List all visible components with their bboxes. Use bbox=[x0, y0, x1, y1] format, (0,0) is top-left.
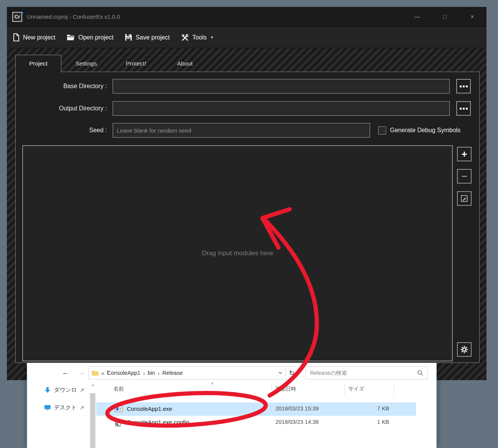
tools-icon bbox=[181, 34, 189, 41]
file-list: ^ 名前 更新日時 サイズ ConsoleApp1.exe 2018/03/23… bbox=[96, 382, 436, 448]
tools-menu-button[interactable]: Tools ▾ bbox=[181, 34, 213, 41]
tab-about[interactable]: About bbox=[161, 55, 209, 72]
gear-icon bbox=[460, 345, 469, 354]
sidebar-item-label: ダウンロ bbox=[54, 386, 77, 394]
sidebar-item-desktop[interactable]: デスクト bbox=[44, 402, 85, 413]
advanced-settings-button[interactable] bbox=[457, 342, 472, 357]
open-project-label: Open project bbox=[78, 34, 113, 41]
folder-open-icon bbox=[67, 34, 75, 41]
back-button[interactable]: ← bbox=[60, 363, 71, 382]
seed-label: Seed : bbox=[16, 123, 107, 138]
file-size: 7 KB bbox=[326, 405, 389, 412]
explorer-body: ダウンロ デスクト ^ ^ 名前 更新日時 サイズ bbox=[27, 382, 436, 448]
logo-plus-badge: + bbox=[21, 10, 24, 16]
minimize-button[interactable]: — bbox=[408, 13, 426, 20]
breadcrumb-prefix: « bbox=[101, 370, 104, 376]
generate-debug-symbols-checkbox[interactable] bbox=[378, 126, 386, 135]
save-project-button[interactable]: Save project bbox=[125, 34, 170, 41]
search-icon bbox=[417, 370, 423, 376]
sort-ascending-icon: ^ bbox=[211, 381, 213, 387]
close-button[interactable]: × bbox=[464, 13, 481, 20]
desktop-monitor-icon bbox=[44, 405, 51, 410]
breadcrumb-bin[interactable]: bin bbox=[147, 370, 155, 376]
file-name: ConsoleApp1.exe.config bbox=[127, 419, 189, 425]
file-row-consoleapp1-exe[interactable]: ConsoleApp1.exe 2018/03/23 15:39 7 KB bbox=[96, 402, 416, 416]
edit-pencil-icon bbox=[461, 195, 468, 202]
folder-icon bbox=[92, 370, 98, 376]
output-directory-browse-button[interactable] bbox=[456, 101, 471, 116]
sidebar-item-label: デスクト bbox=[54, 404, 77, 411]
column-separator[interactable] bbox=[394, 383, 394, 395]
output-directory-label: Output Directory : bbox=[16, 101, 107, 116]
drag-hint-text: Drag input modules here bbox=[202, 249, 273, 257]
remove-module-button[interactable]: − bbox=[457, 169, 472, 184]
address-dropdown-chevron-icon[interactable] bbox=[278, 372, 282, 374]
new-project-label: New project bbox=[23, 34, 55, 41]
pin-icon bbox=[80, 405, 85, 410]
breadcrumb-consoleapp1[interactable]: ConsoleApp1 bbox=[107, 370, 140, 376]
new-file-icon bbox=[13, 33, 20, 41]
sidebar-scrollbar[interactable]: ^ bbox=[90, 382, 96, 448]
search-box[interactable] bbox=[306, 366, 428, 379]
sidebar-item-downloads[interactable]: ダウンロ bbox=[44, 384, 85, 395]
breadcrumb-separator: › bbox=[143, 370, 145, 376]
add-module-button[interactable]: + bbox=[457, 147, 472, 161]
main-toolbar: New project Open project Save project To… bbox=[7, 27, 487, 48]
column-separator[interactable] bbox=[344, 383, 345, 395]
address-bar[interactable]: « ConsoleApp1 › bin › Release bbox=[88, 366, 286, 379]
edit-module-button[interactable] bbox=[457, 191, 472, 206]
address-band: ← → ↑ « ConsoleApp1 › bin › Release ↻ bbox=[27, 363, 436, 382]
scrollbar-up-arrow[interactable]: ^ bbox=[90, 383, 96, 389]
scrollbar-thumb[interactable] bbox=[90, 393, 95, 448]
tab-protect[interactable]: Protect! bbox=[111, 55, 161, 72]
save-project-label: Save project bbox=[136, 34, 170, 41]
base-directory-browse-button[interactable] bbox=[456, 79, 471, 94]
tab-settings[interactable]: Settings bbox=[61, 55, 111, 72]
base-directory-input[interactable] bbox=[113, 79, 450, 94]
seed-input[interactable] bbox=[113, 123, 370, 138]
refresh-button[interactable]: ↻ bbox=[286, 366, 298, 379]
generate-debug-symbols-label: Generate Debug Symbols bbox=[390, 127, 460, 134]
confuserex-logo-icon: Cr + bbox=[12, 12, 22, 22]
open-project-button[interactable]: Open project bbox=[67, 34, 113, 41]
breadcrumb-separator: › bbox=[158, 370, 160, 376]
tab-strip: Project Settings Protect! About bbox=[15, 55, 209, 72]
confuserex-window: Cr + Unnamed.crproj - ConfuserEx v1.0.0 … bbox=[7, 7, 487, 380]
window-title: Unnamed.crproj - ConfuserEx v1.0.0 bbox=[27, 13, 120, 20]
save-floppy-icon bbox=[125, 34, 132, 41]
logo-text: Cr bbox=[15, 14, 20, 20]
chevron-down-icon: ▾ bbox=[211, 35, 213, 40]
breadcrumb-release[interactable]: Release bbox=[162, 370, 183, 376]
maximize-button[interactable]: □ bbox=[436, 13, 454, 20]
download-arrow-icon bbox=[44, 387, 51, 393]
new-project-button[interactable]: New project bbox=[13, 33, 55, 41]
file-row-consoleapp1-exe-config[interactable]: ConsoleApp1.exe.config 2018/03/23 14:38 … bbox=[96, 416, 416, 429]
work-area: Project Settings Protect! About Base Dir… bbox=[7, 48, 487, 380]
module-drop-zone[interactable]: Drag input modules here bbox=[22, 145, 453, 361]
output-directory-input[interactable] bbox=[113, 101, 450, 116]
tab-project[interactable]: Project bbox=[15, 55, 61, 72]
title-bar[interactable]: Cr + Unnamed.crproj - ConfuserEx v1.0.0 … bbox=[7, 7, 487, 27]
file-date: 2018/03/23 14:38 bbox=[275, 419, 319, 425]
file-name: ConsoleApp1.exe bbox=[127, 405, 172, 412]
column-separator[interactable] bbox=[271, 383, 272, 395]
file-date: 2018/03/23 15:39 bbox=[275, 405, 319, 412]
column-header-date[interactable]: 更新日時 bbox=[275, 386, 296, 392]
search-input[interactable] bbox=[310, 370, 417, 376]
column-header-name[interactable]: 名前 bbox=[113, 386, 124, 392]
exe-application-icon bbox=[115, 405, 123, 413]
forward-button[interactable]: → bbox=[76, 363, 88, 382]
config-file-icon bbox=[115, 418, 121, 427]
base-directory-label: Base Directory : bbox=[16, 79, 107, 94]
file-size: 1 KB bbox=[326, 419, 389, 425]
project-tab-page: Base Directory : Output Directory : Seed… bbox=[15, 72, 480, 363]
pin-icon bbox=[80, 387, 85, 392]
column-header-size[interactable]: サイズ bbox=[348, 386, 364, 392]
tools-label: Tools bbox=[192, 34, 206, 41]
